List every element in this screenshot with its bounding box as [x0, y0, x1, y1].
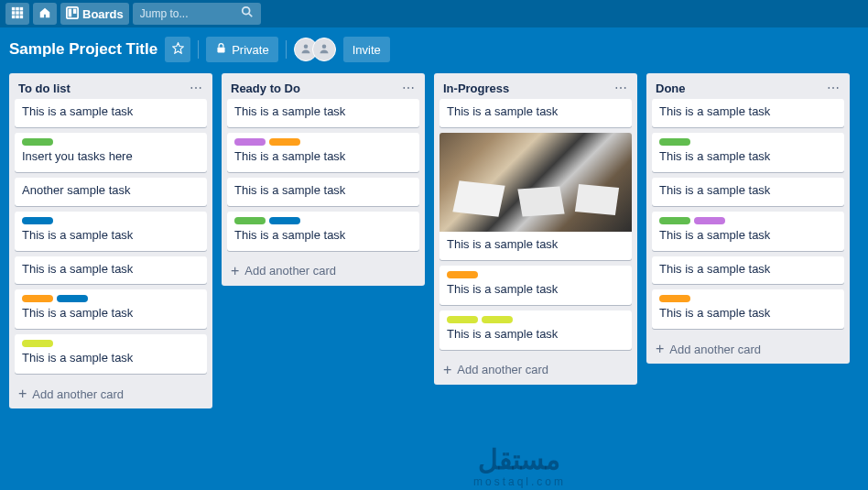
card[interactable]: This is a sample task [439, 310, 632, 350]
watermark-big: مستقل [473, 443, 566, 475]
label-orange[interactable] [659, 295, 690, 302]
visibility-button[interactable]: Private [206, 37, 277, 62]
label-lime[interactable] [482, 316, 513, 323]
user-icon [300, 41, 311, 58]
card[interactable]: This is a sample task [652, 289, 844, 329]
add-card-button[interactable]: +Add another card [222, 256, 425, 286]
label-lime[interactable] [22, 340, 53, 347]
label-green[interactable] [22, 138, 53, 146]
list-menu-button[interactable]: ⋯ [614, 81, 628, 95]
list-menu-button[interactable]: ⋯ [190, 81, 203, 95]
card[interactable]: This is a sample task [227, 133, 419, 172]
label-orange[interactable] [269, 138, 300, 146]
card[interactable]: Another sample task [15, 178, 207, 206]
list: In-Progress⋯This is a sample taskThis is… [434, 73, 637, 385]
card-text: This is a sample task [234, 228, 412, 244]
add-card-button[interactable]: +Add another card [9, 379, 212, 408]
label-lime[interactable] [447, 316, 478, 323]
card[interactable]: Insert you tasks here [15, 133, 207, 172]
card[interactable]: This is a sample task [439, 133, 632, 260]
card[interactable]: This is a sample task [652, 178, 844, 206]
search-input[interactable] [140, 7, 241, 20]
card[interactable]: This is a sample task [15, 212, 207, 251]
label-green[interactable] [659, 217, 690, 224]
card-labels [447, 316, 624, 323]
card-cover-image [439, 133, 632, 232]
boards-button[interactable]: Boards [60, 3, 129, 25]
card-labels [659, 138, 837, 146]
list-title[interactable]: Done [656, 82, 686, 95]
label-orange[interactable] [447, 271, 478, 278]
card[interactable]: This is a sample task [439, 99, 632, 127]
avatar[interactable] [312, 38, 336, 61]
card-labels [234, 138, 412, 146]
grid-icon [11, 6, 24, 22]
card-labels [22, 138, 200, 146]
card[interactable]: This is a sample task [652, 99, 844, 127]
label-purple[interactable] [234, 138, 266, 146]
card[interactable]: This is a sample task [439, 266, 632, 305]
card[interactable]: This is a sample task [227, 99, 419, 127]
cards-container: This is a sample taskThis is a sample ta… [646, 99, 850, 334]
invite-button[interactable]: Invite [343, 37, 390, 62]
svg-rect-1 [16, 6, 19, 10]
label-blue[interactable] [269, 217, 300, 224]
list-menu-button[interactable]: ⋯ [827, 81, 841, 95]
star-icon [172, 42, 184, 57]
card[interactable]: This is a sample task [227, 178, 419, 206]
card-text: This is a sample task [22, 262, 200, 278]
card[interactable]: This is a sample task [15, 99, 207, 127]
add-card-label: Add another card [457, 363, 548, 376]
separator [198, 40, 199, 59]
list-title[interactable]: To do list [18, 82, 71, 95]
search-box[interactable] [133, 3, 261, 25]
list-title[interactable]: Ready to Do [231, 82, 300, 95]
label-green[interactable] [234, 217, 266, 224]
list-title[interactable]: In-Progress [443, 82, 509, 95]
list: To do list⋯This is a sample taskInsert y… [9, 73, 212, 408]
card-text: This is a sample task [234, 104, 412, 120]
list-menu-button[interactable]: ⋯ [402, 81, 416, 95]
plus-icon: + [443, 363, 451, 377]
apps-menu-button[interactable] [5, 3, 29, 25]
label-blue[interactable] [57, 295, 88, 302]
card-text: This is a sample task [22, 351, 200, 366]
invite-label: Invite [353, 43, 381, 57]
board-title[interactable]: Sample Project Title [9, 40, 157, 59]
card[interactable]: This is a sample task [652, 212, 844, 251]
svg-rect-6 [12, 15, 16, 18]
card[interactable]: This is a sample task [652, 256, 844, 285]
separator [286, 40, 287, 59]
board-canvas: To do list⋯This is a sample taskInsert y… [0, 66, 868, 416]
member-avatars[interactable] [294, 38, 336, 61]
star-button[interactable] [165, 37, 190, 62]
label-green[interactable] [659, 138, 690, 146]
card-labels [22, 340, 200, 347]
list: Ready to Do⋯This is a sample taskThis is… [222, 73, 425, 286]
svg-rect-10 [69, 8, 72, 16]
add-card-button[interactable]: +Add another card [434, 355, 637, 385]
label-blue[interactable] [22, 217, 53, 224]
home-icon [38, 6, 51, 22]
card[interactable]: This is a sample task [15, 334, 207, 374]
card-text: This is a sample task [659, 183, 837, 199]
list-header: To do list⋯ [9, 73, 212, 99]
card-text: This is a sample task [234, 183, 412, 199]
label-orange[interactable] [22, 295, 53, 302]
home-button[interactable] [33, 3, 57, 25]
card-text: This is a sample task [659, 104, 837, 120]
label-purple[interactable] [694, 217, 725, 224]
svg-rect-7 [16, 15, 19, 18]
svg-line-13 [249, 14, 253, 17]
card[interactable]: This is a sample task [15, 256, 207, 285]
svg-rect-11 [73, 8, 77, 13]
card-labels [22, 295, 200, 302]
plus-icon: + [18, 387, 27, 401]
card-text: This is a sample task [447, 282, 624, 298]
card[interactable]: This is a sample task [15, 289, 207, 329]
plus-icon: + [231, 264, 239, 278]
card[interactable]: This is a sample task [227, 212, 419, 251]
card-text: This is a sample task [659, 149, 837, 165]
add-card-button[interactable]: +Add another card [646, 334, 850, 364]
card[interactable]: This is a sample task [652, 133, 844, 172]
